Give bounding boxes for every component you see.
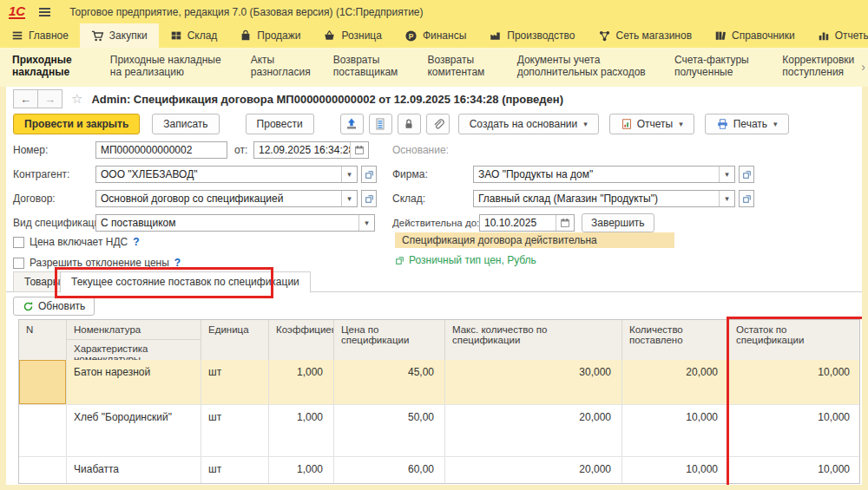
cell-remainder[interactable]: 10,000 xyxy=(729,360,860,404)
valid-until-value[interactable]: 10.10.2025 xyxy=(480,215,556,231)
create-based-on-button[interactable]: Создать на основании ▾ xyxy=(458,114,599,134)
menu-item-reports[interactable]: Отчеты xyxy=(806,23,868,48)
contract-value[interactable]: Основной договор со спецификацией xyxy=(96,191,341,206)
help-icon[interactable]: ? xyxy=(174,257,181,269)
hamburger-menu-icon[interactable] xyxy=(39,8,50,16)
col-unit[interactable]: Единица xyxy=(201,320,269,360)
subnav-item-received-invoices[interactable]: Счета-фактуры полученные xyxy=(674,54,760,78)
spec-kind-field[interactable]: С поставщиком ▾ xyxy=(95,214,375,232)
cell-remainder[interactable]: 10,000 xyxy=(729,457,860,484)
row-cursor-cell[interactable] xyxy=(19,360,67,404)
price-type-link[interactable]: Розничный тип цен, Рубль xyxy=(395,254,536,266)
cell-n[interactable] xyxy=(19,457,67,484)
col-coefficient[interactable]: Коэффициент xyxy=(269,320,334,360)
subnav-item-incoming-invoices-realization[interactable]: Приходные накладные на реализацию xyxy=(110,54,228,78)
calendar-icon[interactable] xyxy=(556,215,574,231)
cell-remainder[interactable]: 10,000 xyxy=(729,405,860,456)
help-icon[interactable]: ? xyxy=(133,236,139,248)
cell-max-qty[interactable]: 20,000 xyxy=(445,405,622,456)
menu-item-warehouse[interactable]: Склад xyxy=(159,23,229,48)
firm-value[interactable]: ЗАО "Продукты на дом" xyxy=(474,167,719,182)
counterparty-value[interactable]: ООО "ХЛЕБЗАВОД" xyxy=(96,167,341,182)
subnav-item-discrepancy-acts[interactable]: Акты разногласия xyxy=(251,54,311,78)
supply-state-table[interactable]: N Номенклатура Характеристика номенклату… xyxy=(18,319,860,484)
subnav-item-supplier-returns[interactable]: Возвраты поставщикам xyxy=(333,54,405,78)
table-row[interactable]: Хлеб "Бородинский" шт 1,000 50,00 20,000… xyxy=(19,405,859,457)
cell-max-qty[interactable]: 20,000 xyxy=(445,457,622,484)
col-price[interactable]: Цена по спецификации xyxy=(334,320,445,360)
menu-item-catalogs[interactable]: Справочники xyxy=(703,23,806,48)
subnav-item-additional-expenses[interactable]: Документы учета дополнительных расходов xyxy=(517,54,652,78)
cell-unit[interactable]: шт xyxy=(201,360,269,404)
chevron-down-icon[interactable]: ▾ xyxy=(719,167,734,182)
reports-button[interactable]: Отчеты ▾ xyxy=(609,114,694,134)
menu-item-retail[interactable]: Розница xyxy=(312,23,392,48)
cell-price[interactable]: 50,00 xyxy=(334,405,445,456)
subnav-item-incoming-invoices[interactable]: Приходные накладные xyxy=(12,54,88,78)
lock-icon[interactable] xyxy=(398,114,421,134)
table-row[interactable]: Чиабатта шт 1,000 60,00 20,000 10,000 10… xyxy=(19,457,859,484)
menu-item-finance[interactable]: P Финансы xyxy=(393,23,477,48)
date-value[interactable]: 12.09.2025 16:34:28 xyxy=(254,142,350,158)
col-nomenclature[interactable]: Номенклатура Характеристика номенклатуры xyxy=(67,320,201,360)
cell-delivered[interactable]: 10,000 xyxy=(622,457,729,484)
print-button[interactable]: Печать ▾ xyxy=(705,114,789,134)
paperclip-icon[interactable] xyxy=(426,114,450,134)
col-n[interactable]: N xyxy=(19,320,67,360)
menu-item-purchases[interactable]: Закупки xyxy=(80,23,159,48)
tab-supply-state[interactable]: Текущее состояние поставок по спецификац… xyxy=(60,271,311,293)
warehouse-value[interactable]: Главный склад (Магазин "Продукты") xyxy=(474,191,719,206)
forward-icon[interactable]: → xyxy=(38,89,62,108)
finish-button[interactable]: Завершить xyxy=(582,213,654,232)
calendar-icon[interactable] xyxy=(350,142,368,158)
col-delivered[interactable]: Количество поставлено xyxy=(622,320,729,360)
cell-price[interactable]: 60,00 xyxy=(334,457,445,484)
menu-item-production[interactable]: Производство xyxy=(477,23,586,48)
cell-name[interactable]: Чиабатта xyxy=(67,457,201,484)
post-button[interactable]: Провести xyxy=(246,114,314,134)
subnav-item-consignor-returns[interactable]: Возвраты комитентам xyxy=(427,54,494,78)
number-input[interactable] xyxy=(95,141,227,159)
cell-coefficient[interactable]: 1,000 xyxy=(269,457,334,484)
col-max-qty[interactable]: Макс. количество по спецификации xyxy=(445,320,622,360)
subnav-scroll-arrow[interactable]: › xyxy=(861,60,865,74)
date-field[interactable]: 12.09.2025 16:34:28 xyxy=(253,141,369,159)
register-records-icon[interactable] xyxy=(369,114,392,134)
firm-field[interactable]: ЗАО "Продукты на дом" ▾ xyxy=(473,166,735,183)
col-remainder[interactable]: Остаток по спецификации xyxy=(729,320,860,360)
save-button[interactable]: Записать xyxy=(152,114,219,134)
menu-item-store-chain[interactable]: Сеть магазинов xyxy=(587,23,703,48)
favorite-star-icon[interactable]: ☆ xyxy=(71,91,82,107)
cell-name[interactable]: Хлеб "Бородинский" xyxy=(67,405,201,456)
cell-coefficient[interactable]: 1,000 xyxy=(269,405,334,456)
table-row[interactable]: Батон нарезной шт 1,000 45,00 30,000 20,… xyxy=(19,360,859,405)
warehouse-open-button[interactable] xyxy=(739,190,754,207)
counterparty-field[interactable]: ООО "ХЛЕБЗАВОД" ▾ xyxy=(95,166,358,183)
cell-unit[interactable]: шт xyxy=(201,457,269,484)
valid-until-field[interactable]: 10.10.2025 xyxy=(479,214,575,232)
back-icon[interactable]: ← xyxy=(13,89,38,108)
counterparty-open-button[interactable] xyxy=(361,166,377,183)
contract-open-button[interactable] xyxy=(361,190,377,207)
menu-item-main[interactable]: Главное xyxy=(0,23,80,48)
menu-item-sales[interactable]: Продажи xyxy=(228,23,312,48)
firm-open-button[interactable] xyxy=(739,166,754,183)
cell-name[interactable]: Батон нарезной xyxy=(67,360,201,404)
warehouse-field[interactable]: Главный склад (Магазин "Продукты") ▾ xyxy=(473,190,735,207)
chevron-down-icon[interactable]: ▾ xyxy=(719,191,734,206)
cell-unit[interactable]: шт xyxy=(201,405,269,456)
contract-field[interactable]: Основной договор со спецификацией ▾ xyxy=(95,190,358,207)
cell-delivered[interactable]: 10,000 xyxy=(622,405,729,456)
chevron-down-icon[interactable]: ▾ xyxy=(341,191,357,206)
post-document-icon[interactable] xyxy=(340,114,364,134)
vat-checkbox[interactable] xyxy=(13,237,24,248)
chevron-down-icon[interactable]: ▾ xyxy=(341,167,357,182)
cell-max-qty[interactable]: 30,000 xyxy=(445,360,622,404)
deviation-checkbox[interactable] xyxy=(13,258,24,269)
chevron-down-icon[interactable]: ▾ xyxy=(358,215,374,231)
subnav-item-receipt-corrections[interactable]: Корректировки поступления xyxy=(782,54,868,78)
post-and-close-button[interactable]: Провести и закрыть xyxy=(13,114,140,134)
cell-coefficient[interactable]: 1,000 xyxy=(269,360,334,404)
cell-n[interactable] xyxy=(19,405,67,456)
spec-kind-value[interactable]: С поставщиком xyxy=(96,215,358,231)
